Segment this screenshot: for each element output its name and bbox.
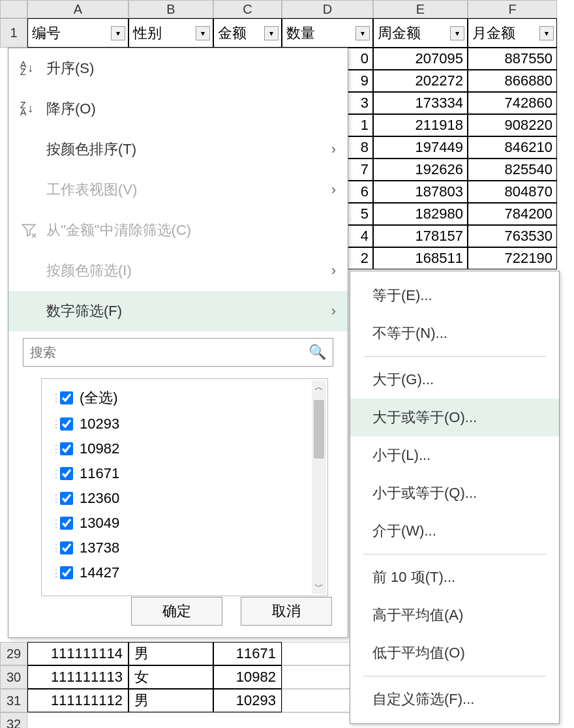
- filter-check-item[interactable]: 14427: [48, 560, 321, 585]
- scroll-up-icon[interactable]: ︿: [312, 380, 326, 395]
- cell[interactable]: 178157: [373, 225, 468, 247]
- col-header[interactable]: A: [27, 0, 128, 18]
- filter-top10[interactable]: 前 10 项(T)...: [350, 558, 559, 596]
- filter-greater-than[interactable]: 大于(G)...: [350, 361, 559, 399]
- filter-check-item[interactable]: 10982: [48, 436, 321, 461]
- cell[interactable]: 908220: [468, 114, 557, 136]
- scroll-thumb[interactable]: [314, 400, 324, 459]
- filter-above-avg[interactable]: 高于平均值(A): [350, 596, 559, 634]
- number-filter[interactable]: 数字筛选(F) ›: [8, 291, 348, 331]
- cell[interactable]: 男: [128, 642, 213, 665]
- filter-dropdown-icon[interactable]: ▾: [450, 26, 464, 40]
- cell[interactable]: 211918: [373, 114, 468, 136]
- col-header[interactable]: B: [128, 0, 213, 18]
- row-header[interactable]: 32: [0, 712, 27, 728]
- header-cell-gender[interactable]: 性别 ▾: [128, 18, 213, 48]
- filter-greater-equal[interactable]: 大于或等于(O)...: [350, 399, 559, 436]
- filter-dropdown-icon[interactable]: ▾: [539, 26, 554, 40]
- cell[interactable]: 111111114: [27, 642, 128, 665]
- cell[interactable]: 10293: [213, 689, 282, 712]
- ok-button[interactable]: 确定: [131, 597, 222, 626]
- cell[interactable]: 804870: [468, 181, 557, 203]
- sort-asc-icon: AZ↓: [20, 61, 46, 76]
- header-row: 1 编号 ▾ 性别 ▾ 金额 ▾ 数量 ▾ 周金额 ▾ 月金额 ▾: [0, 18, 557, 48]
- checkbox[interactable]: [60, 442, 73, 455]
- cell[interactable]: 825540: [468, 159, 557, 181]
- filter-check-item[interactable]: 11671: [48, 461, 321, 486]
- cell[interactable]: 男: [128, 689, 213, 712]
- cell[interactable]: 197449: [373, 136, 468, 159]
- header-cell-month[interactable]: 月金额 ▾: [468, 18, 557, 48]
- filter-equals[interactable]: 等于(E)...: [350, 277, 559, 314]
- sort-by-color[interactable]: 按颜色排序(T) ›: [8, 129, 348, 170]
- cell[interactable]: 866880: [468, 70, 557, 92]
- filter-dropdown-icon[interactable]: ▾: [264, 26, 279, 40]
- header-text: 编号: [32, 23, 61, 43]
- col-header[interactable]: C: [213, 0, 282, 18]
- filter-below-avg[interactable]: 低于平均值(O): [350, 634, 559, 672]
- cell[interactable]: 168511: [373, 247, 468, 269]
- header-cell-qty[interactable]: 数量 ▾: [282, 18, 373, 48]
- filter-not-equals[interactable]: 不等于(N)...: [350, 314, 559, 352]
- filter-between[interactable]: 介于(W)...: [350, 512, 559, 550]
- header-cell-id[interactable]: 编号 ▾: [27, 18, 128, 48]
- scroll-down-icon[interactable]: ﹀: [312, 580, 326, 594]
- cell[interactable]: 763530: [468, 225, 557, 247]
- chevron-right-icon: ›: [331, 181, 336, 198]
- row-header[interactable]: 31: [0, 689, 27, 712]
- empty-cell[interactable]: [27, 712, 373, 728]
- cell[interactable]: 846210: [468, 136, 557, 159]
- col-header[interactable]: E: [373, 0, 468, 18]
- cell[interactable]: 887550: [468, 48, 557, 70]
- filter-less-than[interactable]: 小于(L)...: [350, 436, 559, 474]
- checkbox[interactable]: [60, 541, 73, 554]
- cell[interactable]: 784200: [468, 203, 557, 225]
- cell[interactable]: 742860: [468, 92, 557, 114]
- search-input[interactable]: [30, 345, 309, 360]
- cell[interactable]: 202272: [373, 70, 468, 92]
- sort-desc-icon: ZA↓: [20, 102, 46, 116]
- checkbox[interactable]: [60, 492, 73, 505]
- scrollbar[interactable]: ︿ ﹀: [312, 380, 326, 594]
- cell[interactable]: 207095: [373, 48, 468, 70]
- cell[interactable]: 192626: [373, 159, 468, 181]
- row-header[interactable]: 29: [0, 642, 27, 665]
- sort-ascending[interactable]: AZ↓ 升序(S): [8, 48, 348, 89]
- checkbox[interactable]: [60, 417, 73, 431]
- filter-dropdown-icon[interactable]: ▾: [355, 26, 370, 40]
- filter-custom[interactable]: 自定义筛选(F)...: [350, 680, 559, 718]
- cancel-button[interactable]: 取消: [241, 597, 332, 626]
- search-box[interactable]: 🔍: [23, 338, 333, 367]
- check-label: 13738: [80, 539, 119, 556]
- header-cell-week[interactable]: 周金额 ▾: [373, 18, 468, 48]
- row-header[interactable]: 30: [0, 665, 27, 689]
- filter-dropdown-icon[interactable]: ▾: [111, 26, 125, 40]
- filter-check-item[interactable]: 10293: [48, 412, 321, 436]
- filter-check-item[interactable]: 13738: [48, 536, 321, 560]
- cell[interactable]: 10982: [213, 665, 282, 689]
- row-header[interactable]: 1: [0, 18, 27, 48]
- checkbox[interactable]: [60, 566, 73, 579]
- checkbox[interactable]: [60, 467, 73, 480]
- header-cell-amount[interactable]: 金额 ▾: [213, 18, 282, 48]
- sheet-view: 工作表视图(V) ›: [8, 170, 348, 210]
- filter-less-equal[interactable]: 小于或等于(Q)...: [350, 474, 559, 512]
- cell[interactable]: 187803: [373, 181, 468, 203]
- select-all-corner[interactable]: [0, 0, 27, 18]
- filter-check-item[interactable]: 12360: [48, 486, 321, 511]
- cell[interactable]: 11671: [213, 642, 282, 665]
- cell[interactable]: 173334: [373, 92, 468, 114]
- checkbox[interactable]: [60, 517, 73, 530]
- filter-dropdown-icon[interactable]: ▾: [196, 26, 210, 40]
- cell[interactable]: 111111113: [27, 665, 128, 689]
- checkbox[interactable]: [60, 391, 73, 404]
- col-header[interactable]: D: [282, 0, 373, 18]
- cell[interactable]: 722190: [468, 247, 557, 269]
- col-header[interactable]: F: [468, 0, 557, 18]
- sort-descending[interactable]: ZA↓ 降序(O): [8, 89, 348, 129]
- cell[interactable]: 182980: [373, 203, 468, 225]
- filter-check-item[interactable]: (全选): [48, 384, 321, 412]
- cell[interactable]: 女: [128, 665, 213, 689]
- cell[interactable]: 111111112: [27, 689, 128, 712]
- filter-check-item[interactable]: 13049: [48, 511, 321, 536]
